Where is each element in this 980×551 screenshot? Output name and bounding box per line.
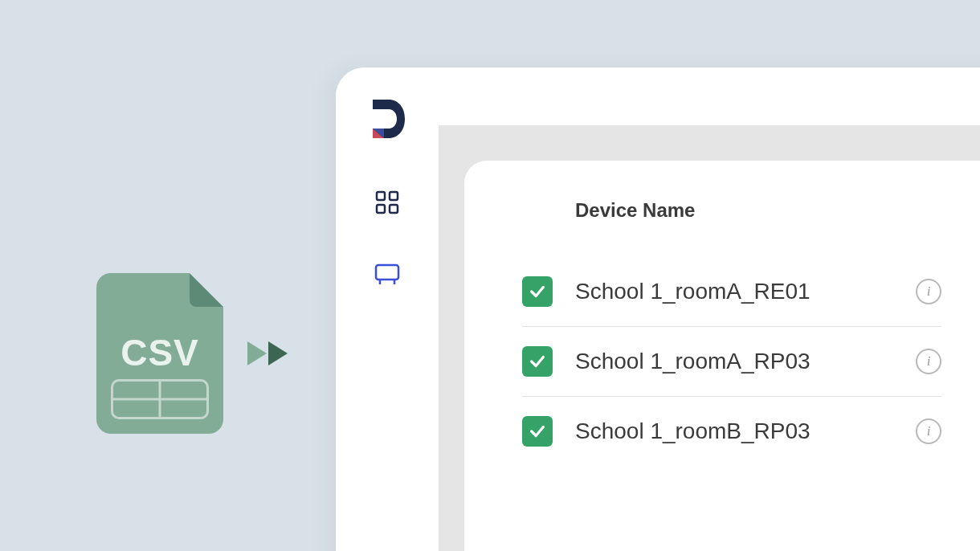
csv-import-graphic: CSV [96,273,288,434]
device-name-label: School 1_roomA_RP03 [575,349,916,374]
svg-rect-2 [377,205,385,213]
content-area: Device Name School 1_roomA_RE01 i School… [439,125,980,551]
info-icon[interactable]: i [916,349,941,374]
row-checkbox[interactable] [522,346,553,377]
import-arrows-icon [247,341,288,365]
table-row: School 1_roomB_RP03 i [522,397,941,466]
check-icon [529,283,546,300]
check-icon [529,422,546,440]
svg-rect-0 [377,192,385,200]
sidebar [336,67,439,551]
device-panel: Device Name School 1_roomA_RE01 i School… [464,161,980,551]
nav-dashboard[interactable] [368,183,406,222]
svg-rect-1 [390,192,398,200]
info-icon[interactable]: i [916,418,941,444]
app-window: Device Name School 1_roomA_RE01 i School… [336,67,980,551]
device-name-label: School 1_roomA_RE01 [575,279,916,304]
check-icon [529,353,546,370]
row-checkbox[interactable] [522,416,553,447]
info-icon[interactable]: i [916,279,941,304]
svg-rect-3 [390,205,398,213]
nav-devices[interactable] [368,255,406,294]
app-logo [368,93,406,145]
csv-label: CSV [96,331,223,374]
device-name-label: School 1_roomB_RP03 [575,418,916,444]
row-checkbox[interactable] [522,276,553,307]
csv-table-icon [111,379,209,419]
svg-rect-4 [376,265,398,280]
csv-file-icon: CSV [96,273,223,434]
table-row: School 1_roomA_RE01 i [522,257,941,327]
column-header-device-name: Device Name [522,199,980,222]
table-row: School 1_roomA_RP03 i [522,327,941,397]
